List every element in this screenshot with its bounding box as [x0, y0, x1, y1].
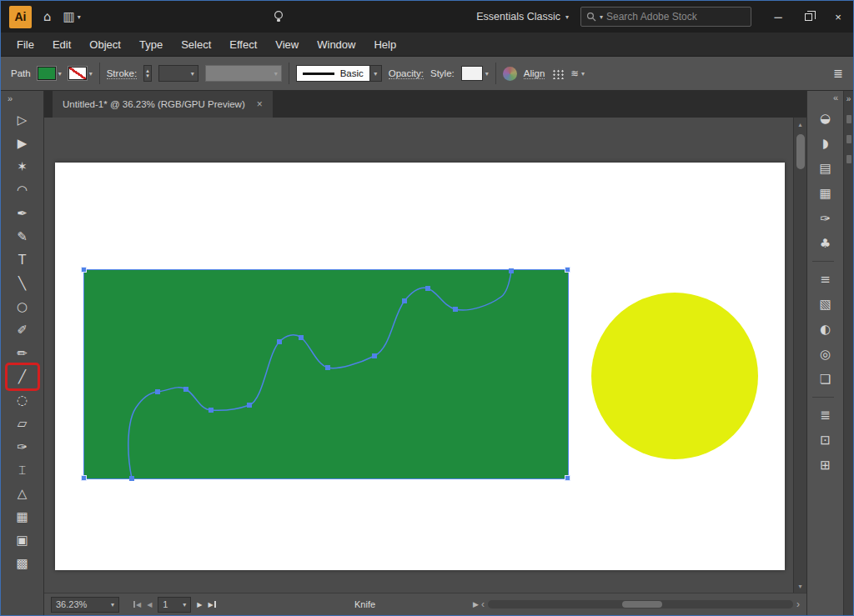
home-icon[interactable]: ⌂: [43, 9, 52, 24]
menu-item[interactable]: Select: [172, 33, 220, 56]
horizontal-scroll-track[interactable]: [488, 600, 793, 608]
vertical-scrollbar[interactable]: ▴ ▾: [793, 118, 806, 593]
width-tool[interactable]: ✑: [8, 435, 38, 458]
appearance-panel-icon[interactable]: ◎: [812, 342, 839, 367]
brushes-panel-icon[interactable]: ✑: [812, 206, 839, 231]
align-to-select[interactable]: ≋ ▾: [570, 68, 585, 79]
stock-search[interactable]: ▾: [580, 7, 751, 27]
maximize-button[interactable]: [793, 4, 823, 29]
symbols-panel-icon[interactable]: ♣: [812, 231, 839, 256]
line-segment-tool[interactable]: ╲: [8, 272, 38, 295]
control-panel-menu-icon[interactable]: ≣: [833, 67, 843, 80]
menu-item[interactable]: View: [266, 33, 308, 56]
dock-strip-expand-icon[interactable]: »: [846, 94, 851, 103]
knife-path[interactable]: [128, 271, 511, 478]
swatches-panel-icon[interactable]: ▤: [812, 156, 839, 181]
menu-item[interactable]: Type: [130, 33, 172, 56]
align-panel-link[interactable]: Align: [524, 68, 545, 79]
fill-color-swatch[interactable]: ▾: [38, 67, 62, 80]
export-panel-icon[interactable]: ⊡: [812, 428, 839, 453]
artboard-tool[interactable]: ▣: [8, 528, 38, 552]
document-tab-bar: Untitled-1* @ 36.23% (RGB/GPU Preview) ×: [44, 91, 806, 118]
minimize-button[interactable]: ─: [763, 4, 793, 29]
menu-item[interactable]: File: [8, 33, 43, 56]
menu-item[interactable]: Window: [308, 33, 364, 56]
scroll-left-icon[interactable]: ‹: [481, 598, 485, 610]
stroke-panel-link[interactable]: Stroke:: [107, 68, 137, 79]
next-artboard-button[interactable]: ▶: [197, 601, 202, 608]
menu-item[interactable]: Edit: [43, 33, 80, 56]
asset-export-panel-icon[interactable]: ≣: [812, 403, 839, 428]
gradient-tool[interactable]: ▩: [8, 552, 38, 575]
zoom-level-select[interactable]: 36.23% ▾: [51, 597, 119, 613]
stroke-style-select[interactable]: Basic ▾: [296, 65, 382, 82]
stroke-weight-select[interactable]: ▾: [158, 65, 198, 82]
search-input[interactable]: [606, 11, 746, 23]
arrange-documents-icon[interactable]: ▥ ▾: [63, 9, 81, 24]
paintbrush-tool[interactable]: ✐: [8, 318, 38, 342]
recolor-artwork-icon[interactable]: [503, 67, 517, 81]
knife-tool[interactable]: ╱: [8, 365, 38, 388]
tools-panel: » ▷ ▶ ✶ ◠: [1, 91, 44, 615]
first-artboard-button[interactable]: ◀: [133, 601, 141, 608]
direct-selection-tool[interactable]: ▶: [8, 132, 38, 155]
perspective-grid-tool[interactable]: △: [8, 482, 38, 505]
align-objects-icon[interactable]: [551, 68, 564, 79]
libraries-panel-icon[interactable]: ▦: [812, 181, 839, 206]
mesh-tool[interactable]: ▦: [8, 505, 38, 528]
layers-panel-icon[interactable]: ❏: [812, 367, 839, 392]
stroke-color-swatch[interactable]: ▾: [68, 67, 93, 80]
vertical-scroll-thumb[interactable]: [796, 134, 805, 169]
magic-wand-tool[interactable]: ✶: [8, 155, 38, 178]
artboards-panel-icon[interactable]: ⊞: [812, 453, 839, 478]
tools-list: ▷ ▶ ✶ ◠ ✒: [8, 108, 38, 575]
pen-tool[interactable]: ✒: [8, 202, 38, 225]
free-transform-tool[interactable]: ⌶: [8, 458, 38, 482]
close-button[interactable]: ×: [823, 4, 853, 29]
menu-item[interactable]: Help: [364, 33, 405, 56]
scroll-up-icon[interactable]: ▴: [794, 118, 806, 131]
artboard-number-select[interactable]: 1 ▾: [158, 597, 191, 613]
opacity-link[interactable]: Opacity:: [389, 68, 424, 79]
app-logo[interactable]: Ai: [9, 6, 32, 28]
chevron-down-icon: ▾: [374, 70, 377, 78]
collapsed-dock-strip[interactable]: »: [843, 91, 853, 615]
graphic-style-select[interactable]: ▾: [461, 66, 489, 81]
horizontal-scroll-thumb[interactable]: [622, 601, 662, 608]
stroke-weight-stepper[interactable]: ▴▾: [143, 65, 152, 82]
knife-path-layer: [44, 118, 806, 593]
color-guide-panel-icon[interactable]: ◗: [812, 131, 839, 156]
curvature-tool[interactable]: ✎: [8, 225, 38, 248]
menu-item[interactable]: Effect: [220, 33, 266, 56]
ellipse-tool[interactable]: ○: [8, 295, 38, 318]
panel-icon-glyph: ⊞: [820, 459, 831, 472]
document-tab[interactable]: Untitled-1* @ 36.23% (RGB/GPU Preview) ×: [53, 91, 273, 118]
dock-collapse-icon[interactable]: «: [807, 91, 843, 106]
menu-item[interactable]: Object: [80, 33, 130, 56]
lightbulb-icon[interactable]: [273, 10, 284, 23]
canvas-area[interactable]: ▴ ▾: [44, 118, 806, 593]
color-panel-icon[interactable]: ◒: [812, 106, 839, 131]
tool-icon: ◌: [17, 394, 28, 407]
rotate-tool[interactable]: ◌: [8, 388, 38, 412]
vertical-scroll-track[interactable]: [794, 131, 806, 579]
close-tab-icon[interactable]: ×: [257, 98, 263, 110]
type-tool[interactable]: T: [8, 248, 38, 272]
shaper-tool[interactable]: ✏: [8, 342, 38, 365]
status-menu-arrow-icon[interactable]: ▶: [473, 600, 479, 608]
partial-panel-icon: [846, 115, 851, 123]
stroke-panel-icon[interactable]: ≡: [812, 267, 839, 292]
selection-tool[interactable]: ▷: [8, 108, 38, 132]
gradient-panel-icon[interactable]: ▧: [812, 292, 839, 317]
scroll-right-icon[interactable]: ›: [796, 598, 800, 610]
workspace-switcher[interactable]: Essentials Classic ▾: [476, 11, 569, 23]
previous-artboard-button[interactable]: ◀: [147, 601, 152, 608]
transparency-panel-icon[interactable]: ◐: [812, 317, 839, 342]
tools-expand-icon[interactable]: »: [1, 91, 43, 108]
scale-tool[interactable]: ▱: [8, 412, 38, 435]
scroll-down-icon[interactable]: ▾: [794, 579, 806, 593]
tool-icon: ▷: [18, 114, 28, 127]
last-artboard-button[interactable]: ▶: [208, 601, 216, 608]
horizontal-scrollbar[interactable]: ‹ ›: [481, 598, 800, 610]
lasso-tool[interactable]: ◠: [8, 178, 38, 202]
